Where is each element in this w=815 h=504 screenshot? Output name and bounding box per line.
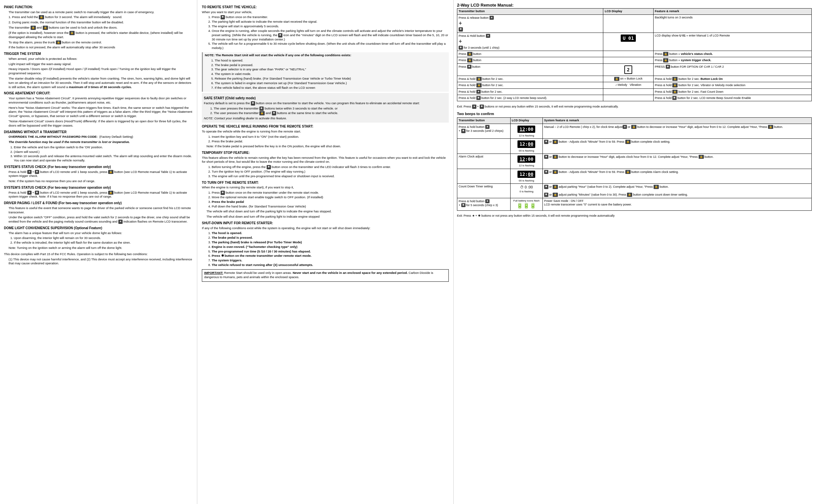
- btn2-countdown: Count Down Timer setting: [457, 184, 511, 198]
- fcc-body: (1) This device may not cause harmful in…: [4, 257, 193, 266]
- display2-alarm-00flash: 12:00 00 is flashing: [510, 169, 543, 184]
- sds-6: Press ✱ button on the remote transmitter…: [212, 254, 449, 258]
- display2-alarm-12flash: 12:00 12 is flashing: [510, 154, 543, 169]
- sds-2: The brake pedal is pressed.: [212, 236, 449, 240]
- ss-1: The user presses the transmitter ✱ butto…: [214, 107, 447, 111]
- btn2-power-save: Press & hold button ★ + ✱ for 5 seconds …: [457, 198, 511, 210]
- btn-hold-lock-2s: Press & hold 🔒 button for 2 sec.: [457, 76, 603, 82]
- display-blank-5: [603, 95, 653, 101]
- tos-1: Press ✱ button once on the remote transm…: [212, 191, 449, 195]
- remote-start-title: TO REMOTE START THE VEHICLE:: [202, 5, 449, 10]
- table-row: Press & hold ✱ button for 2 sec. (2-way …: [457, 95, 812, 101]
- display2-countdown: ⏱ 0 :00 0 is flashing: [510, 184, 543, 198]
- nc-3: The gear selector is in any gear other t…: [215, 67, 447, 72]
- sys-check2-title: SYSTEM'S STATUS CHECK (For two-way trans…: [4, 185, 193, 190]
- important-text: IMPORTANT: Remote Start should be used o…: [204, 271, 446, 279]
- dome-section: DOME LIGHT CONVENIENCE SUPERVISION (Opti…: [4, 226, 193, 250]
- os-1: Insert the ignition key and turn it to "…: [212, 135, 449, 139]
- col2-header-system: System feature & remark: [543, 118, 812, 124]
- override-steps: Enter the vehicle and turn the ignition …: [9, 145, 193, 163]
- ts-2: Turn the ignition key to OFF position. (…: [212, 170, 449, 174]
- override-step-3: Within 10 seconds push and release the a…: [14, 154, 193, 163]
- operate-steps: Insert the ignition key and turn it to "…: [207, 135, 449, 144]
- table-row: Count Down Timer setting ⏱ 0 :00 0 is fl…: [457, 184, 812, 198]
- rs-step-4: Once the engine is running, after couple…: [212, 29, 449, 42]
- trigger-body3: Heavy impacts / Doors open /(if installe…: [4, 67, 193, 76]
- dome-title: DOME LIGHT CONVENIENCE SUPERVISION (Opti…: [4, 226, 193, 230]
- shutdown-section: SHUT-DOWN INPUT FOR REMOTE STARTER: If a…: [202, 221, 449, 267]
- fcc-section: This device complies with Part 15 of the…: [4, 252, 193, 266]
- ts-1: Before turning off the engine, press the…: [212, 165, 449, 169]
- table-row: Press & release button ★ + ✱ Backlight t…: [457, 14, 812, 33]
- sys-check2-body: Press & hold ★ + ✱ button of LCD remote …: [4, 191, 193, 199]
- left-column: PANIC FUNCTION: The transmitter can be u…: [0, 0, 197, 504]
- sds-5: The pre-programmed run time (5 /10 / 20 …: [212, 250, 449, 254]
- shut-steps: The hood is opened. The brake pedal is p…: [207, 231, 449, 267]
- display-blank-2: [603, 51, 653, 57]
- display-2-outline: 2: [603, 63, 653, 76]
- panic-title: PANIC FUNCTION:: [4, 5, 193, 10]
- driver-body1: This feature is useful the event that so…: [4, 206, 193, 215]
- middle-column: TO REMOTE START THE VEHICLE: When you wa…: [197, 0, 454, 504]
- table-row: Press & hold button ★ + ✱ for 5 seconds …: [457, 198, 812, 210]
- lcd-table-2: Transmitter button LCD Display System fe…: [457, 117, 812, 211]
- trigger-title: TRIGGER THE SYSTEM: [4, 52, 193, 56]
- right-column: 2-Way LCD Remote Manual: Transmitter but…: [454, 0, 815, 504]
- override-step-2: (Alarm will sound.): [14, 150, 193, 154]
- table-row: 12:00 00 is flashing ✱ or 🔒 button - Adj…: [457, 139, 812, 154]
- display-blank-4: [603, 88, 653, 95]
- btn-hold-star-2s: Press & hold ★ button for 2 sec.: [457, 88, 603, 95]
- feature-fast-countdown: Press & hold 🔒 button for 2 sec. Fast Co…: [653, 88, 811, 95]
- safe-body: Factory default is set to press the ✱ bu…: [204, 101, 447, 106]
- trigger-body2: Light impact will trigger the warn-away …: [4, 62, 193, 66]
- table-row: Alarm Clock adjust 12:00 12 is flashing …: [457, 154, 812, 169]
- panic-note2: (if the option is installed), however on…: [4, 31, 193, 39]
- table-row: Press & hold 🔒 button for 2 sec. ♪ Melod…: [457, 82, 812, 88]
- disarming-title: DISARMING WITHOUT A TRANSMITTER: [4, 130, 193, 134]
- operate-section: OPERATE THE VEHICLE WHILE RUNNING FROM T…: [202, 124, 449, 149]
- display2-1200-00flash: 12:00 00 is flashing: [510, 139, 543, 154]
- sds-7: The system triggers.: [212, 258, 449, 263]
- display-button-lock: 🔒 on = Button Lock: [603, 76, 653, 82]
- feature2-power-save: Power Save mode : ON / OFF LCD remote tr…: [543, 198, 812, 210]
- exit-note-2: Exit: Press ★ + ✱ buttons or not press a…: [457, 214, 812, 218]
- dome-note: Note: Turning on the ignition switch or …: [4, 246, 193, 250]
- noise-section: NOISE ABATEMENT CIRCUIT: Your system has…: [4, 91, 193, 128]
- sds-8: The vehicle refused to start running aft…: [212, 263, 449, 267]
- tos-2: Move the optional remote start enable to…: [212, 195, 449, 200]
- exit-note-1: Exit: Press ★ + ✱ buttons or not press a…: [457, 105, 812, 108]
- display-melody: ♪ Melody Vibration: [603, 82, 653, 88]
- btn2-alarm-clock: Alarm Clock adjust: [457, 154, 511, 169]
- feature2-alarm-min: ✱ or 🔒 button - Adjusts clock "Minute" f…: [543, 169, 812, 184]
- col-header-transmitter: Transmitter button: [457, 8, 603, 14]
- table-row: 12:00 00 is flashing ✱ or 🔒 button - Adj…: [457, 169, 812, 184]
- dome-body: The alarm has a unique feature that will…: [4, 231, 193, 235]
- btn-press-release: Press & release button ★ + ✱: [457, 14, 603, 33]
- shut-title: SHUT-DOWN INPUT FOR REMOTE STARTER:: [202, 221, 449, 226]
- sds-1: The hood is opened.: [212, 231, 449, 235]
- operate-title: OPERATE THE VEHICLE WHILE RUNNING FROM T…: [202, 124, 449, 129]
- two-beeps-title: Two beeps to confirm: [457, 111, 812, 116]
- feature2-countdown: ✱ or 🔒 adjust parking "Hour" (value from…: [543, 184, 812, 198]
- remote-start-section: TO REMOTE START THE VEHICLE: When you wa…: [202, 5, 449, 50]
- sys-check1-body: Press & hold ★ + ✱ button of LCD remote …: [4, 170, 193, 179]
- note-box: NOTE: The Remote Start Unit will not sta…: [202, 52, 449, 92]
- sys-check1-title: SYSTEM'S STATUS CHECK (For two-way trans…: [4, 165, 193, 169]
- remote-start-intro: When you want to start your vehicle,: [202, 10, 449, 14]
- sys-check1-section: SYSTEM'S STATUS CHECK (For two-way trans…: [4, 165, 193, 183]
- rs-step-2: The parking light will activate to indic…: [212, 20, 449, 24]
- feature-sys-trigger: Press 🔒 button = system trigger check.: [653, 57, 811, 63]
- tos-note1: The vehicle will shut down and turn off …: [202, 209, 449, 214]
- feature2-alarm-hour: ✱ or 🔒 button to decrease or increase "H…: [543, 154, 812, 169]
- turn-off-section: TO TURN OFF THE REMOTE START: When the e…: [202, 180, 449, 219]
- rs-step-5: The vehicle will run for a programmable …: [212, 42, 449, 50]
- display-u01: U 01: [603, 33, 653, 51]
- turn-off-title: TO TURN OFF THE REMOTE START:: [202, 180, 449, 185]
- panic-note3: To stop the alarm, press the trunk 🔒 but…: [4, 40, 193, 45]
- dome-step-1: Upon disarming, the interior light will …: [14, 236, 193, 240]
- noise-title: NOISE ABATEMENT CIRCUIT:: [4, 91, 193, 96]
- override-note: The Override function may be used if the…: [4, 140, 193, 144]
- trigger-body1: When armed, your vehicle is protected as…: [4, 57, 193, 61]
- overrides-label: OVERRIDES THE ALARM WITHOUT PASSWORD PIN…: [4, 135, 193, 139]
- btn-hold-lock-melody: Press & hold 🔒 button for 2 sec.: [457, 82, 603, 88]
